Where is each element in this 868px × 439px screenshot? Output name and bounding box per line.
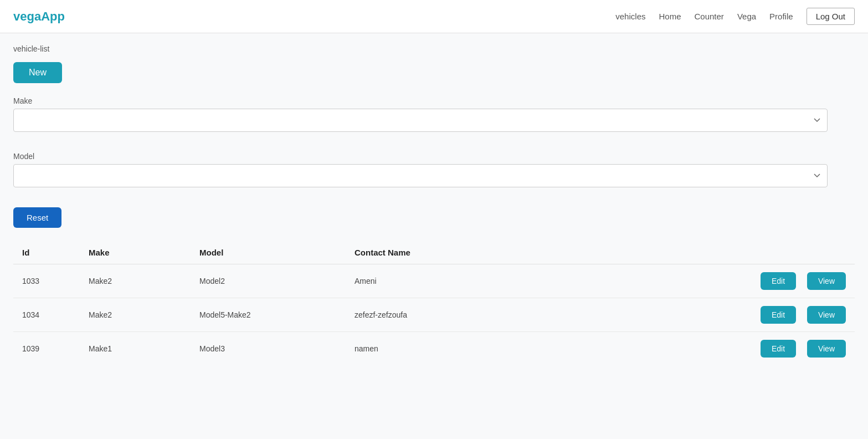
model-select[interactable]: Model2 Model3 Model5-Make2 — [13, 164, 828, 187]
col-header-contact: Contact Name — [346, 241, 512, 264]
nav-vehicles[interactable]: vehicles — [615, 12, 645, 21]
model-filter-section: Model Model2 Model3 Model5-Make2 — [13, 152, 855, 196]
table-header: Id Make Model Contact Name — [13, 241, 855, 264]
new-button[interactable]: New — [13, 62, 62, 83]
cell-actions: Edit View — [512, 332, 855, 366]
make-filter-section: Make Make1 Make2 — [13, 96, 855, 141]
cell-id: 1033 — [13, 264, 80, 298]
cell-contact: namen — [346, 332, 512, 366]
table-body: 1033 Make2 Model2 Ameni Edit View 1034 M… — [13, 264, 855, 366]
vehicle-table: Id Make Model Contact Name 1033 Make2 Mo… — [13, 241, 855, 365]
model-label: Model — [13, 152, 855, 161]
cell-model: Model2 — [191, 264, 346, 298]
edit-button-1033[interactable]: Edit — [761, 272, 796, 290]
nav-home[interactable]: Home — [659, 12, 681, 21]
nav-links: vehicles Home Counter Vega Profile Log O… — [615, 8, 855, 25]
nav-counter[interactable]: Counter — [695, 12, 724, 21]
col-header-id: Id — [13, 241, 80, 264]
table-row: 1039 Make1 Model3 namen Edit View — [13, 332, 855, 366]
nav-profile[interactable]: Profile — [769, 12, 793, 21]
main-content: vehicle-list New Make Make1 Make2 Model … — [0, 33, 868, 376]
make-select[interactable]: Make1 Make2 — [13, 109, 828, 132]
edit-button-1034[interactable]: Edit — [761, 306, 796, 324]
cell-model: Model3 — [191, 332, 346, 366]
cell-id: 1039 — [13, 332, 80, 366]
cell-make: Make2 — [80, 264, 191, 298]
cell-model: Model5-Make2 — [191, 298, 346, 332]
cell-make: Make2 — [80, 298, 191, 332]
col-header-model: Model — [191, 241, 346, 264]
cell-id: 1034 — [13, 298, 80, 332]
app-brand[interactable]: vegaApp — [13, 9, 65, 24]
cell-make: Make1 — [80, 332, 191, 366]
table-row: 1034 Make2 Model5-Make2 zefezf-zefzoufa … — [13, 298, 855, 332]
cell-contact: zefezf-zefzoufa — [346, 298, 512, 332]
logout-button[interactable]: Log Out — [807, 8, 855, 25]
view-button-1034[interactable]: View — [807, 306, 846, 324]
view-button-1033[interactable]: View — [807, 272, 846, 290]
col-header-actions — [512, 241, 855, 264]
col-header-make: Make — [80, 241, 191, 264]
page-subtitle: vehicle-list — [13, 44, 855, 53]
reset-button[interactable]: Reset — [13, 207, 61, 228]
nav-vega[interactable]: Vega — [737, 12, 756, 21]
navbar: vegaApp vehicles Home Counter Vega Profi… — [0, 0, 868, 33]
cell-actions: Edit View — [512, 264, 855, 298]
cell-actions: Edit View — [512, 298, 855, 332]
make-label: Make — [13, 96, 855, 105]
table-row: 1033 Make2 Model2 Ameni Edit View — [13, 264, 855, 298]
edit-button-1039[interactable]: Edit — [761, 340, 796, 358]
cell-contact: Ameni — [346, 264, 512, 298]
view-button-1039[interactable]: View — [807, 340, 846, 358]
